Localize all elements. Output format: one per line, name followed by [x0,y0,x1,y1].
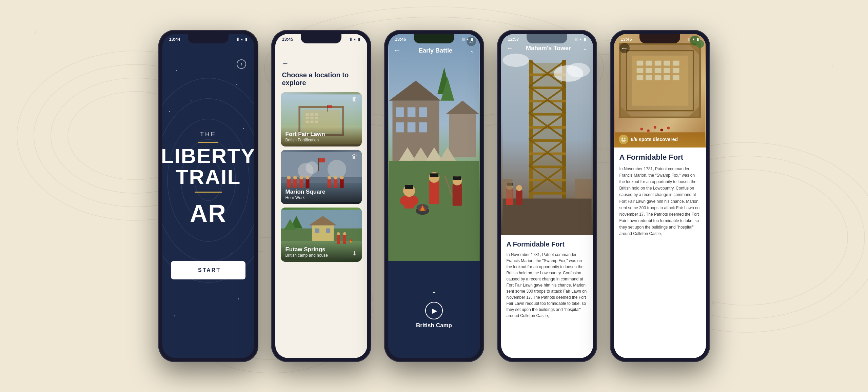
splash-title-section: THE LIBERTY TRAIL AR [162,131,254,227]
svg-rect-86 [449,114,476,157]
fort-card-label: Fort Fair Lawn British Fortification [281,127,362,146]
chevron-up-icon[interactable]: ⌃ [431,290,437,299]
svg-rect-69 [326,229,330,233]
battery-icon-4: ▮ [584,37,586,42]
battery-icon: ▮ [245,37,248,42]
fort-delete-button[interactable]: 🗑 [352,96,358,103]
svg-rect-98 [405,185,413,189]
back-button-list[interactable]: ← [282,59,360,67]
discovery-badge-text: 6/6 spots discovered [631,137,678,142]
discovery-content: A Formidable Fort In November 1781, Patr… [614,148,706,358]
wifi-icon: ▲ [240,37,244,41]
discovery-title: A Formidable Fort [619,153,701,162]
wifi-icon-4: ▲ [579,37,583,41]
eutaw-name: Eutaw Springs [285,246,357,253]
svg-point-152 [567,63,590,77]
svg-point-61 [340,176,343,179]
notch-2 [301,34,341,43]
svg-rect-168 [636,75,643,80]
discovery-aerial: 13:46 ||| ▲ ▮ ← [614,34,706,148]
tower-info-text: In November 1781, Patriot commander Fran… [507,252,588,319]
splash-trail: TRAIL [176,166,241,188]
svg-rect-33 [310,117,313,119]
splash-liberty: LIBERTY [162,145,254,166]
tower-back-button[interactable]: ← [507,44,514,53]
svg-rect-97 [404,197,414,208]
status-time-2: 13:45 [282,37,293,42]
svg-rect-167 [672,68,679,73]
fort-subtitle: British Fortification [285,138,357,142]
svg-rect-163 [636,68,643,73]
tower-scene: 12:57 ||| ▲ ▮ ← Maham's Tower ⌄ [501,34,593,244]
status-time-1: 13:44 [169,37,180,42]
svg-rect-138 [530,129,565,139]
status-icons-1: ||| ▲ ▮ [237,37,247,42]
svg-point-49 [287,176,291,179]
svg-text:+: + [831,63,834,69]
eutaw-download-button[interactable]: ⬇ [352,250,357,257]
discovery-back-button[interactable]: ← [619,43,630,53]
svg-rect-116 [529,113,566,116]
svg-point-185 [621,137,626,142]
ar-nav: ← Early Battle ⌄ [388,46,480,55]
svg-point-183 [667,127,670,130]
svg-rect-38 [327,105,328,112]
svg-rect-85 [419,122,427,133]
eutaw-subtitle: British camp and house [285,253,357,258]
svg-rect-31 [315,113,318,116]
play-button[interactable]: ▶ [425,302,443,319]
status-icons-2: ||| ▲ ▮ [350,37,360,42]
svg-text:+: + [712,300,715,306]
svg-rect-101 [430,173,438,177]
notch-5 [639,34,680,43]
svg-rect-139 [530,142,565,152]
card-image-marion: Marion Square Horn Work 🗑 [281,150,362,204]
notch-4 [527,34,567,43]
status-time-3: 13:46 [395,37,406,42]
card-image-fort: Fort Fair Lawn British Fortification 🗑 [281,92,362,146]
ar-bottom-bar: ⌃ ▶ British Camp [388,261,480,358]
status-icons-3: ||| ▲ ▮ [462,37,473,42]
location-card-fort[interactable]: Fort Fair Lawn British Fortification 🗑 [281,92,362,146]
svg-rect-150 [575,179,592,198]
phone-discovery: 13:46 ||| ▲ ▮ ← [610,30,710,362]
cell-icon-4: ||| [575,37,578,41]
notch-3 [414,34,454,43]
status-icons-5: ||| ▲ ▮ [688,37,699,42]
svg-rect-147 [516,190,522,205]
svg-rect-149 [502,179,512,198]
marion-subtitle: Horn Work [285,195,357,200]
svg-rect-99 [429,181,439,204]
marion-delete-button[interactable]: 🗑 [352,153,358,160]
wifi-icon-3: ▲ [466,37,470,41]
svg-rect-46 [319,158,325,162]
svg-rect-103 [452,184,462,206]
location-card-marion[interactable]: Marion Square Horn Work 🗑 [281,150,362,204]
svg-rect-105 [453,176,461,180]
start-button[interactable]: START [171,261,245,279]
marion-card-label: Marion Square Horn Work [281,184,362,204]
discovery-badge: 6/6 spots discovered [614,131,706,148]
ar-back-button[interactable]: ← [394,46,401,55]
svg-rect-36 [310,121,313,123]
svg-rect-118 [529,139,566,142]
svg-rect-166 [664,68,670,73]
svg-rect-32 [305,117,309,119]
discovery-text: In November 1781, Patriot commander Fran… [619,166,701,237]
ar-chevron-button[interactable]: ⌄ [470,47,474,54]
svg-rect-142 [530,181,565,192]
phones-container: + + + 13:44 ||| ▲ ▮ i [158,30,710,362]
svg-point-148 [516,185,522,191]
info-button[interactable]: i [237,59,246,69]
splash-content: i THE LIBERTY TRAIL AR START [162,43,254,358]
tower-chevron-button[interactable]: ⌄ [583,45,587,52]
status-icons-4: ||| ▲ ▮ [575,37,586,42]
phone-ar: 13:46 ||| ▲ ▮ ← Early Battle ⌄ [384,30,484,362]
svg-rect-160 [654,61,661,66]
phone-splash: + + + 13:44 ||| ▲ ▮ i [158,30,258,362]
location-card-eutaw[interactable]: Eutaw Springs British camp and house ⬇ [281,208,362,262]
status-time-4: 12:57 [508,37,519,42]
phone-tower: 12:57 ||| ▲ ▮ ← Maham's Tower ⌄ [497,30,597,362]
phone-list: 13:45 ||| ▲ ▮ ← Choose a location to exp… [271,30,371,362]
svg-rect-136 [530,102,565,113]
